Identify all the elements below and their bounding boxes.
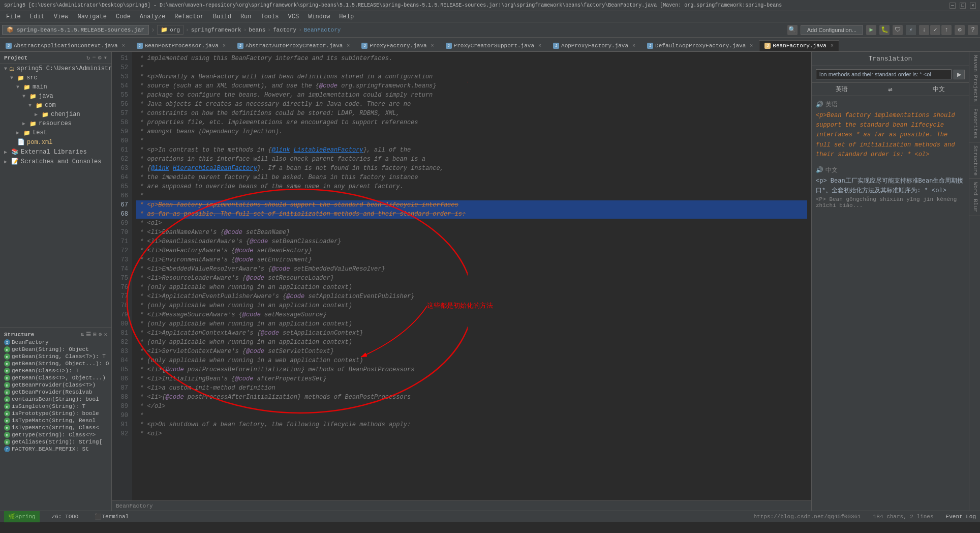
speaker-en-icon[interactable]: 🔊 xyxy=(816,101,823,108)
todo-status-tab[interactable]: ✓ 6: TODO xyxy=(48,511,83,522)
tree-item-src[interactable]: ▼ 📁 src xyxy=(0,73,111,82)
tree-item-scratches[interactable]: ▶ 📝 Scratches and Consoles xyxy=(0,157,111,166)
settings-icon[interactable]: ⚙ xyxy=(98,54,102,62)
help-icon[interactable]: ? xyxy=(968,25,978,35)
swap-languages-button[interactable]: ⇌ xyxy=(888,85,892,94)
terminal-status-tab[interactable]: ⬛ Terminal xyxy=(90,511,133,522)
menu-vcs[interactable]: VCS xyxy=(284,12,303,21)
structure-item-isprototype[interactable]: m isPrototype(String): boole xyxy=(2,410,109,417)
menu-navigate[interactable]: Navigate xyxy=(73,12,111,21)
structure-item-issingleton[interactable]: m isSingleton(String): T xyxy=(2,403,109,410)
tab-close-icon[interactable]: × xyxy=(223,43,226,49)
tab-bean-factory[interactable]: J BeanFactory.java × xyxy=(759,40,839,51)
tree-item-java[interactable]: ▼ 📁 java xyxy=(0,92,111,101)
status-url[interactable]: https://blog.csdn.net/qq45f00361 xyxy=(754,514,861,520)
menu-build[interactable]: Build xyxy=(209,12,235,21)
vcs-commit-icon[interactable]: ✓ xyxy=(930,25,940,35)
spring-status-tab[interactable]: 🌿 Spring xyxy=(4,511,40,522)
menu-edit[interactable]: Edit xyxy=(26,12,49,21)
structure-item-beanfactory[interactable]: I BeanFactory xyxy=(2,339,109,346)
tree-item-main[interactable]: ▼ 📁 main xyxy=(0,82,111,92)
to-lang[interactable]: 中文 xyxy=(933,85,945,94)
tab-close-icon[interactable]: × xyxy=(831,43,834,49)
run-with-coverage-icon[interactable]: 🛡 xyxy=(893,25,903,35)
menu-code[interactable]: Code xyxy=(112,12,135,21)
tree-item-external-libs[interactable]: ▶ 📚 External Libraries xyxy=(0,147,111,157)
add-configuration-button[interactable]: Add Configuration... xyxy=(801,25,863,35)
settings-icon[interactable]: ⚙ xyxy=(955,25,965,35)
tab-close-icon[interactable]: × xyxy=(632,43,635,49)
group-icon[interactable]: ☰ xyxy=(86,331,91,338)
tab-close-icon[interactable]: × xyxy=(431,43,434,49)
tab-abstract-auto-proxy[interactable]: J AbstractAutoProxyCreator.java × xyxy=(232,40,355,51)
structure-item-getbean3[interactable]: m getBean(String, Object...): O xyxy=(2,360,109,367)
bread-beans[interactable]: beans xyxy=(249,27,265,33)
translation-go-button[interactable]: ▶ xyxy=(954,70,965,79)
tree-item-pom[interactable]: 📄 pom.xml xyxy=(0,137,111,147)
tab-close-icon[interactable]: × xyxy=(122,43,125,49)
translation-input[interactable] xyxy=(816,69,952,79)
structure-item-getbeanprovider1[interactable]: m getBeanProvider(Class<T>) xyxy=(2,381,109,389)
bread-springframework[interactable]: springframework xyxy=(191,27,241,33)
structure-item-getbean1[interactable]: m getBean(String): Object xyxy=(2,346,109,353)
menu-run[interactable]: Run xyxy=(236,12,256,21)
structure-item-getbean5[interactable]: m getBean(Class<T>, Object...) xyxy=(2,374,109,381)
maven-projects-tab[interactable]: Maven Projects xyxy=(969,52,980,105)
profile-icon[interactable]: ⚡ xyxy=(906,25,916,35)
code-editor-content[interactable]: * implemented using this BeanFactory int… xyxy=(132,52,811,500)
gear-icon[interactable]: ▾ xyxy=(104,54,107,62)
close-button[interactable]: ✕ xyxy=(970,3,976,9)
tab-default-aop-proxy[interactable]: J DefaultAopProxyFactory.java × xyxy=(641,40,758,51)
expand-all-icon[interactable]: ⊞ xyxy=(93,331,97,338)
project-file-selector[interactable]: 📦 spring-beans-5.1.5.RELEASE-sources.jar xyxy=(2,25,149,35)
structure-item-istypematch2[interactable]: m isTypeMatch(String, Class< xyxy=(2,424,109,431)
menu-help[interactable]: Help xyxy=(335,12,358,21)
sort-icon[interactable]: ⇅ xyxy=(81,331,84,338)
maximize-button[interactable]: □ xyxy=(960,3,966,9)
tree-item-test[interactable]: ▶ 📁 test xyxy=(0,128,111,137)
breadcrumb-org[interactable]: 📁 org xyxy=(157,25,183,35)
menu-tools[interactable]: Tools xyxy=(257,12,283,21)
debug-icon[interactable]: 🐛 xyxy=(879,25,890,35)
tab-proxy-factory[interactable]: J ProxyFactory.java × xyxy=(356,40,439,51)
menu-file[interactable]: File xyxy=(2,12,25,21)
tree-item-spring5[interactable]: ▼ 🗂 spring5 C:\Users\Administrator\ xyxy=(0,64,111,73)
menu-view[interactable]: View xyxy=(50,12,73,21)
tab-proxy-creator-support[interactable]: J ProxyCreatorSupport.java × xyxy=(440,40,547,51)
structure-item-getaliases[interactable]: m getAliases(String): String[ xyxy=(2,438,109,446)
settings-icon[interactable]: ⚙ xyxy=(99,331,102,338)
tab-close-icon[interactable]: × xyxy=(347,43,350,49)
collapse-icon[interactable]: − xyxy=(92,54,96,62)
tab-bean-post-processor[interactable]: J BeanPostProcessor.java × xyxy=(131,40,231,51)
menu-refactor[interactable]: Refactor xyxy=(170,12,208,21)
event-log-button[interactable]: Event Log xyxy=(946,514,976,520)
bread-beanfactory[interactable]: BeanFactory xyxy=(304,27,341,33)
structure-item-getbeanprovider2[interactable]: m getBeanProvider(Resolvab xyxy=(2,389,109,396)
tree-item-resources[interactable]: ▶ 📁 resources xyxy=(0,119,111,128)
tab-aop-proxy-factory[interactable]: J AopProxyFactory.java × xyxy=(547,40,641,51)
search-everywhere-icon[interactable]: 🔍 xyxy=(787,25,798,35)
structure-item-gettype[interactable]: m getType(String): Class<?> xyxy=(2,431,109,438)
tab-close-icon[interactable]: × xyxy=(538,43,541,49)
close-icon[interactable]: ✕ xyxy=(104,331,107,338)
menu-analyze[interactable]: Analyze xyxy=(136,12,169,21)
vcs-update-icon[interactable]: ↓ xyxy=(919,25,929,35)
speaker-zh-icon[interactable]: 🔊 xyxy=(816,166,823,174)
tree-item-chenjian[interactable]: ▶ 📁 chenjian xyxy=(0,110,111,119)
window-controls[interactable]: — □ ✕ xyxy=(950,3,976,9)
structure-item-containsbean[interactable]: m containsBean(String): bool xyxy=(2,396,109,403)
tab-close-icon[interactable]: × xyxy=(750,43,753,49)
run-icon[interactable]: ▶ xyxy=(866,25,876,35)
menu-window[interactable]: Window xyxy=(304,12,334,21)
favorites-tab[interactable]: Favorites xyxy=(969,105,980,142)
from-lang[interactable]: 英语 xyxy=(836,85,848,94)
sync-icon[interactable]: ↻ xyxy=(86,54,90,62)
tab-abstract-app-context[interactable]: J AbstractApplicationContext.java × xyxy=(0,40,131,51)
tree-item-com[interactable]: ▼ 📁 com xyxy=(0,101,111,110)
structure-item-getbean2[interactable]: m getBean(String, Class<T>): T xyxy=(2,353,109,360)
word-blur-tab[interactable]: Word Blur xyxy=(969,179,980,216)
structure-tab[interactable]: Structure xyxy=(969,142,980,179)
structure-item-factory-prefix[interactable]: f FACTORY_BEAN_PREFIX: St xyxy=(2,446,109,453)
minimize-button[interactable]: — xyxy=(950,3,956,9)
bread-factory[interactable]: factory xyxy=(273,27,296,33)
